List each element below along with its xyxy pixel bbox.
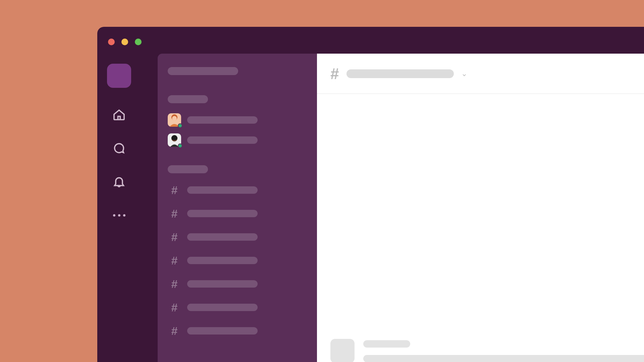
channel-sidebar: # # # # # # # xyxy=(158,54,317,362)
workspace-rail: + xyxy=(97,54,141,362)
minimize-window-button[interactable] xyxy=(121,39,128,45)
app-window: + # # # xyxy=(97,27,644,362)
message-author-placeholder xyxy=(363,340,410,348)
hash-icon: # xyxy=(168,208,181,219)
channel-name-placeholder xyxy=(187,304,258,311)
channel-item[interactable]: # xyxy=(168,277,307,291)
zoom-window-button[interactable] xyxy=(135,39,142,45)
home-icon[interactable] xyxy=(112,108,126,121)
svg-point-2 xyxy=(172,116,177,121)
channel-name-placeholder xyxy=(187,210,258,217)
window-controls xyxy=(108,39,142,45)
avatar xyxy=(168,133,181,147)
close-window-button[interactable] xyxy=(108,39,115,45)
hash-icon: # xyxy=(168,302,181,313)
activity-bell-icon[interactable] xyxy=(112,175,126,188)
avatar-placeholder xyxy=(330,339,355,362)
channel-item[interactable]: # xyxy=(168,324,307,338)
channel-name-placeholder xyxy=(187,327,258,335)
channel-name-placeholder xyxy=(187,257,258,264)
main-pane: # ⌄ xyxy=(317,54,644,362)
hash-icon: # xyxy=(168,255,181,266)
more-icon[interactable] xyxy=(112,208,126,222)
channel-name-placeholder xyxy=(187,186,258,194)
hash-icon: # xyxy=(168,278,181,290)
presence-online-icon xyxy=(178,143,182,148)
dm-name-placeholder xyxy=(187,116,258,124)
hash-icon: # xyxy=(168,184,181,196)
channel-item[interactable]: # xyxy=(168,183,307,197)
hash-icon: # xyxy=(168,325,181,337)
presence-online-icon xyxy=(178,123,182,128)
channels-section-header-placeholder[interactable] xyxy=(168,165,208,173)
message-item xyxy=(330,339,644,362)
dm-name-placeholder xyxy=(187,136,258,144)
hash-icon: # xyxy=(330,65,339,83)
channel-item[interactable]: # xyxy=(168,207,307,220)
dm-item[interactable] xyxy=(168,113,307,127)
channel-item[interactable]: # xyxy=(168,230,307,244)
channel-name-placeholder xyxy=(187,233,258,241)
message-body xyxy=(363,339,644,362)
dm-section-header-placeholder[interactable] xyxy=(168,95,208,103)
channel-item[interactable]: # xyxy=(168,254,307,267)
workspace-switcher-tile[interactable] xyxy=(107,64,131,88)
message-line-placeholder xyxy=(363,355,644,362)
hash-icon: # xyxy=(168,231,181,243)
channel-header: # ⌄ xyxy=(317,54,644,94)
workspace-name-placeholder[interactable] xyxy=(168,67,238,75)
avatar xyxy=(168,113,181,127)
channel-item[interactable]: # xyxy=(168,301,307,314)
chevron-down-icon[interactable]: ⌄ xyxy=(461,69,467,78)
channel-title-placeholder[interactable] xyxy=(346,69,454,78)
dms-icon[interactable] xyxy=(112,141,126,155)
channel-name-placeholder xyxy=(187,280,258,288)
dm-item[interactable] xyxy=(168,133,307,147)
